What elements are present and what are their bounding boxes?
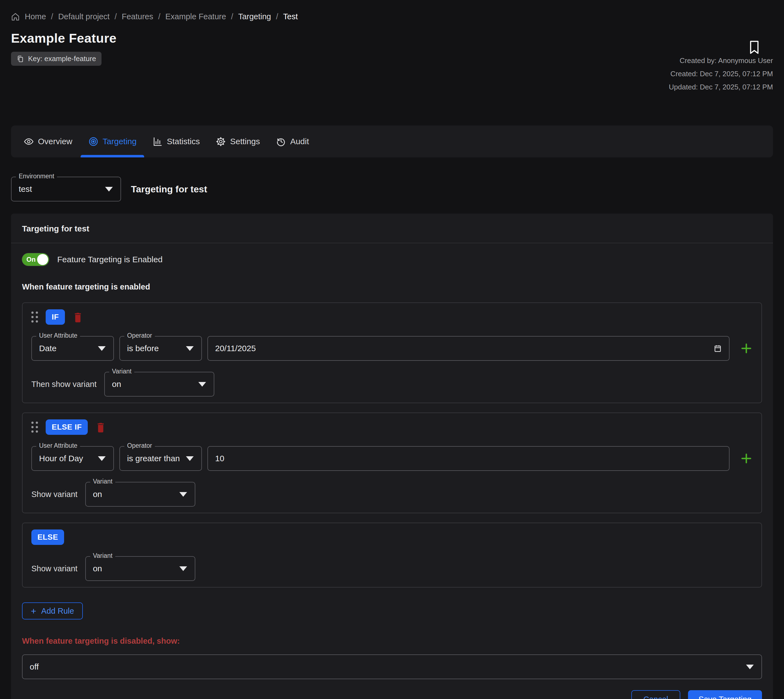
save-targeting-button[interactable]: Save Targeting: [688, 690, 762, 699]
variant-value: on: [112, 379, 121, 389]
chevron-down-icon: [105, 187, 113, 192]
variant-prefix: Show variant: [31, 490, 78, 499]
variant-value: on: [93, 564, 102, 573]
toggle-knob: [37, 254, 48, 265]
environment-select-label: Environment: [16, 172, 57, 180]
disabled-variant-select[interactable]: off: [22, 654, 762, 679]
variant-select[interactable]: Variant on: [85, 556, 195, 581]
user-attribute-value: Date: [39, 344, 56, 353]
chevron-down-icon: [98, 346, 106, 351]
targeting-card-body: On Feature Targeting is Enabled When fea…: [11, 243, 773, 699]
variant-select[interactable]: Variant on: [104, 372, 214, 397]
target-icon: [88, 136, 99, 147]
operator-label: Operator: [124, 332, 155, 339]
calendar-icon: [714, 344, 722, 353]
variant-prefix: Then show variant: [31, 380, 96, 389]
chevron-down-icon: [198, 382, 206, 387]
eye-icon: [24, 136, 34, 147]
operator-select[interactable]: Operator is before: [119, 336, 202, 361]
feature-key-chip[interactable]: Key: example-feature: [11, 52, 101, 66]
operator-label: Operator: [124, 442, 155, 449]
rule-else: ELSE Show variant Variant on: [22, 523, 762, 588]
breadcrumb-targeting[interactable]: Targeting: [238, 12, 271, 21]
user-attribute-select[interactable]: User Attribute Date: [31, 336, 114, 361]
updated-at: Updated: Dec 7, 2025, 07:12 PM: [669, 80, 773, 94]
page-title: Example Feature: [11, 31, 773, 46]
drag-handle-icon[interactable]: [31, 311, 38, 323]
tab-statistics[interactable]: Statistics: [152, 126, 200, 157]
bookmark-button[interactable]: [749, 40, 760, 55]
add-condition-button[interactable]: [740, 342, 753, 355]
trash-icon: [73, 311, 83, 323]
feature-key-label: Key: example-feature: [28, 55, 96, 63]
feature-meta: Created by: Anonymous User Created: Dec …: [669, 54, 773, 94]
breadcrumb-separator: /: [231, 12, 233, 21]
targeting-heading: Targeting for test: [131, 184, 207, 195]
tab-settings[interactable]: Settings: [216, 126, 260, 157]
footer-actions: Cancel Save Targeting: [22, 690, 762, 699]
breadcrumb-separator: /: [114, 12, 117, 21]
chevron-down-icon: [746, 664, 754, 669]
plus-icon: +: [31, 606, 36, 616]
delete-rule-button[interactable]: [73, 311, 83, 323]
breadcrumb-features[interactable]: Features: [122, 12, 153, 21]
condition-value-date-input[interactable]: 20/11/2025: [207, 336, 729, 361]
tab-label: Overview: [38, 137, 72, 146]
chevron-down-icon: [179, 492, 187, 497]
rule-condition-row: User Attribute Date Operator is before 2…: [31, 336, 753, 361]
chevron-down-icon: [186, 346, 194, 351]
delete-rule-button[interactable]: [96, 421, 106, 433]
rule-header: ELSE IF: [31, 419, 753, 435]
toggle-state-label: On: [26, 256, 35, 263]
rule-badge-else: ELSE: [31, 530, 64, 545]
targeting-card-header: Targeting for test: [11, 214, 773, 243]
tab-label: Audit: [290, 137, 309, 146]
rule-variant-row: Show variant Variant on: [31, 556, 753, 581]
breadcrumb-separator: /: [276, 12, 278, 21]
breadcrumb-feature[interactable]: Example Feature: [165, 12, 226, 21]
operator-value: is greater than: [127, 454, 180, 463]
rule-header: ELSE: [31, 529, 753, 545]
breadcrumb-project[interactable]: Default project: [58, 12, 109, 21]
operator-select[interactable]: Operator is greater than: [119, 446, 202, 471]
disabled-section-heading: When feature targeting is disabled, show…: [22, 636, 762, 646]
environment-row: Environment test Targeting for test: [11, 177, 773, 202]
feature-enabled-toggle[interactable]: On: [22, 253, 49, 266]
rule-condition-row: User Attribute Hour of Day Operator is g…: [31, 446, 753, 471]
feature-targeting-page: Home / Default project / Features / Exam…: [0, 0, 784, 699]
rule-variant-row: Then show variant Variant on: [31, 372, 753, 397]
breadcrumb-separator: /: [51, 12, 53, 21]
environment-select[interactable]: Environment test: [11, 177, 121, 202]
trash-icon: [96, 421, 106, 433]
tab-label: Targeting: [103, 137, 136, 146]
plus-icon: [740, 452, 753, 465]
rule-if: IF User Attribute Date Operator is befor…: [22, 302, 762, 403]
rule-variant-row: Show variant Variant on: [31, 482, 753, 507]
chevron-down-icon: [98, 456, 106, 461]
variant-select[interactable]: Variant on: [85, 482, 195, 507]
add-rule-button[interactable]: + Add Rule: [22, 602, 83, 619]
drag-handle-icon[interactable]: [31, 422, 38, 432]
targeting-card: Targeting for test On Feature Targeting …: [11, 214, 773, 699]
tab-label: Statistics: [167, 137, 200, 146]
plus-icon: [740, 342, 753, 355]
variant-prefix: Show variant: [31, 564, 78, 573]
tab-targeting[interactable]: Targeting: [88, 126, 136, 157]
created-by: Created by: Anonymous User: [669, 54, 773, 67]
home-icon: [11, 12, 20, 21]
operator-value: is before: [127, 344, 159, 353]
user-attribute-select[interactable]: User Attribute Hour of Day: [31, 446, 114, 471]
history-icon: [276, 136, 286, 147]
variant-value: on: [93, 490, 102, 499]
disabled-variant-value: off: [30, 662, 39, 671]
breadcrumb-current: Test: [283, 12, 298, 21]
add-condition-button[interactable]: [740, 452, 753, 465]
cancel-button[interactable]: Cancel: [631, 690, 680, 699]
tab-audit[interactable]: Audit: [276, 126, 309, 157]
condition-value: 20/11/2025: [215, 344, 256, 353]
tab-overview[interactable]: Overview: [24, 126, 72, 157]
breadcrumb-home[interactable]: Home: [25, 12, 46, 21]
variant-label: Variant: [109, 368, 134, 375]
condition-value: 10: [215, 454, 224, 463]
condition-value-input[interactable]: 10: [207, 446, 729, 471]
